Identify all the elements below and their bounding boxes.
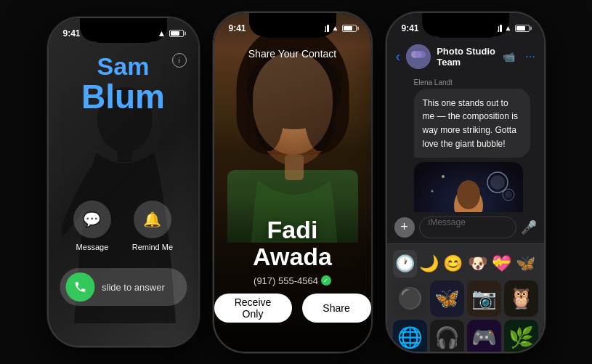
emoji-clock[interactable]: 🕐 — [393, 250, 417, 278]
message-bubble: This one stands out to me — the composit… — [414, 89, 530, 158]
emoji-row-2: ⚫ 🦋 📷 🦉 — [392, 280, 540, 317]
contact-last-name: Awada — [253, 243, 332, 270]
sticker-butterfly[interactable]: 🦋 — [430, 280, 464, 317]
more-icon[interactable]: ⋯ — [525, 51, 535, 62]
group-name: Photo Studio Team — [437, 46, 496, 68]
microphone-button[interactable]: 🎤 — [521, 219, 537, 235]
share-button[interactable]: Share — [302, 294, 371, 323]
phone3-time: 9:41 — [402, 23, 419, 33]
sticker-globe[interactable]: 🌐 — [393, 320, 427, 352]
wifi-icon-2: ▲ — [332, 24, 339, 32]
emoji-heart[interactable]: 💝 — [490, 250, 514, 278]
wifi-icon: ▲ — [158, 28, 166, 39]
svg-point-14 — [457, 180, 480, 209]
svg-point-5 — [304, 64, 336, 151]
dynamic-island-3 — [433, 19, 498, 38]
phone-incoming-call: 9:41 ▲ i Sam — [47, 17, 200, 347]
svg-rect-1 — [118, 147, 132, 162]
caller-last-name: Blum — [49, 80, 198, 113]
contact-action-buttons: Receive Only Share — [214, 294, 371, 323]
messages-header: ‹ Photo Studio Team 📹 ⋯ — [387, 38, 544, 76]
back-button[interactable]: ‹ — [396, 48, 401, 65]
emoji-smile[interactable]: 😊 — [441, 250, 465, 278]
svg-rect-6 — [285, 155, 304, 180]
video-call-icon[interactable]: 📹 — [503, 51, 515, 62]
slide-to-answer[interactable]: slide to answer — [60, 268, 187, 306]
phone-share-contact: 9:41 ▲ Share Your Contact — [213, 12, 373, 353]
dynamic-island-2 — [260, 19, 325, 38]
battery-icon-2 — [342, 25, 357, 32]
message-btn-label: Message — [76, 243, 109, 251]
remind-btn-label: Remind Me — [132, 243, 173, 251]
emoji-row-1: 🕐 🌙 😊 🐶 💝 🦋 — [392, 250, 540, 278]
svg-point-16 — [490, 175, 505, 190]
sticker-headphones[interactable]: 🎧 — [430, 320, 464, 352]
emoji-moon[interactable]: 🌙 — [417, 250, 441, 278]
message-action[interactable]: 💬 Message — [73, 201, 111, 251]
share-contact-label: Share Your Contact — [214, 48, 371, 60]
phone-verified-icon: ✓ — [321, 275, 331, 286]
header-action-icons: 📹 ⋯ — [503, 51, 535, 62]
phone1-time: 9:41 — [63, 28, 81, 39]
battery-icon — [169, 30, 184, 37]
sticker-bubble[interactable]: ⚫ — [393, 280, 427, 317]
phones-container: 9:41 ▲ i Sam — [33, 4, 560, 360]
dynamic-island-1 — [91, 24, 156, 43]
slide-text: slide to answer — [102, 282, 165, 293]
sticker-art[interactable]: 🎮 — [467, 320, 501, 352]
wifi-icon-3: ▲ — [505, 24, 512, 32]
contact-first-name: Fadi — [267, 216, 318, 243]
phone2-time: 9:41 — [229, 23, 246, 33]
emoji-keyboard[interactable]: 🕐 🌙 😊 🐶 💝 🦋 ⚫ 🦋 📷 🦉 🌐 🎧 — [387, 244, 544, 352]
receive-only-button[interactable]: Receive Only — [214, 294, 292, 323]
group-avatar — [406, 44, 431, 69]
action-buttons: 💬 Message 🔔 Remind Me — [49, 201, 198, 251]
phone3-screen: 9:41 ▲ ‹ — [387, 13, 544, 352]
msg-sender-name: Elena Landt — [414, 78, 537, 86]
message-input-area: + iMessage 🎤 — [387, 212, 544, 243]
sticker-leaf[interactable]: 🌿 — [504, 320, 538, 352]
messages-area: Elena Landt This one stands out to me — … — [387, 76, 544, 235]
svg-point-10 — [415, 51, 422, 58]
sticker-owl[interactable]: 🦉 — [504, 280, 538, 317]
input-placeholder: iMessage — [429, 217, 466, 227]
battery-icon-3 — [515, 25, 530, 32]
message-input[interactable]: iMessage — [419, 217, 516, 238]
contact-phone-number: (917) 555-4564 ✓ — [214, 275, 371, 286]
svg-point-18 — [505, 191, 512, 198]
emoji-dog[interactable]: 🐶 — [465, 250, 489, 278]
remind-action[interactable]: 🔔 Remind Me — [132, 201, 173, 251]
sticker-camera[interactable]: 📷 — [467, 280, 501, 317]
svg-point-20 — [431, 190, 433, 192]
remind-btn-circle: 🔔 — [134, 201, 171, 238]
answer-icon — [65, 272, 94, 302]
message-text: This one stands out to me — the composit… — [423, 98, 518, 149]
phone1-screen: 9:41 ▲ i Sam — [49, 18, 198, 346]
caller-info: Sam Blum — [49, 53, 198, 113]
emoji-butterfly-small[interactable]: 🦋 — [514, 250, 538, 278]
svg-point-19 — [442, 175, 445, 178]
svg-point-4 — [253, 64, 285, 151]
caller-first-name: Sam — [49, 53, 198, 80]
emoji-row-3: 🌐 🎧 🎮 🌿 — [392, 320, 540, 352]
phone2-screen: 9:41 ▲ Share Your Contact — [214, 13, 371, 352]
phone-messages: 9:41 ▲ ‹ — [386, 12, 546, 353]
message-btn-circle: 💬 — [73, 201, 111, 238]
contact-name: Fadi Awada — [214, 217, 371, 271]
contact-info: Fadi Awada (917) 555-4564 ✓ — [214, 217, 371, 286]
add-attachment-button[interactable]: + — [394, 217, 415, 238]
